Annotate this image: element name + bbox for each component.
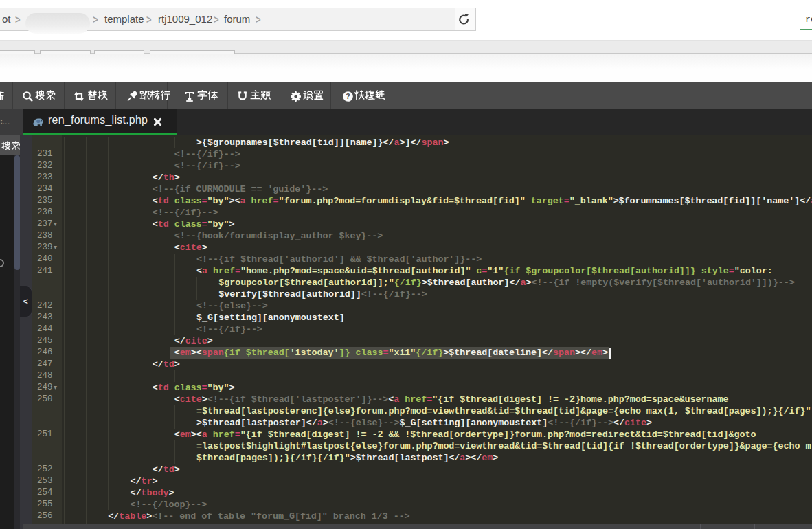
svg-text:?: ? [346,92,350,100]
